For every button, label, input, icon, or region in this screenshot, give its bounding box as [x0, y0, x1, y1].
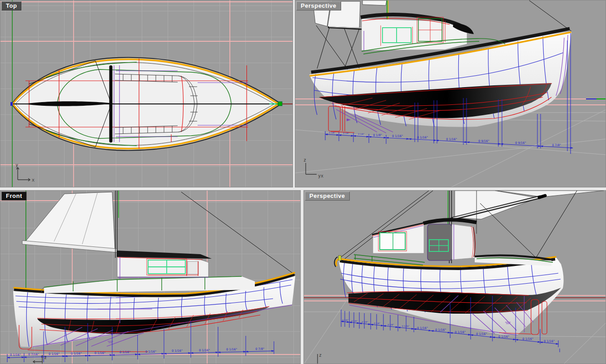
dimension-label: 0 1/16" — [476, 332, 487, 336]
dimension-label: 0 7/16" — [28, 353, 39, 356]
dimension-label: 0 1/8" — [374, 322, 380, 325]
cabin-roof — [423, 220, 477, 223]
dimension-label: 0 1/8" — [329, 132, 335, 134]
dimension-label: 0 1/8" — [373, 133, 382, 137]
axis-gnomon-perspective-top: z yx — [303, 157, 323, 178]
viewport-perspective-top[interactable]: Perspective — [295, 0, 606, 187]
boat-perspective-bottom[interactable] — [334, 191, 604, 335]
dimension-label: 0 1/8" — [351, 320, 358, 322]
viewport-perspective-bottom-canvas: 0 1/8" 0 1/8" 0 1/8" 0 1/8" 0 1/8" 0 1/1… — [304, 191, 606, 364]
pilothouse[interactable] — [117, 251, 212, 277]
dimension-label: 0 1/16" — [446, 138, 457, 141]
dimension-label: 0 1/16" — [392, 134, 403, 138]
boat-perspective-top[interactable] — [309, 0, 571, 154]
viewport-front-canvas: 0 1/16" 0 7/16" 0 1/16" 0 1/16" 0 1/16" … — [0, 191, 301, 364]
forestay — [529, 0, 571, 31]
dimension-label: 0 7/8" — [552, 143, 561, 147]
dimension-label: 0 1/16" — [455, 330, 466, 334]
axis-x-label: x — [32, 177, 35, 182]
viewport-front[interactable]: Front — [0, 190, 301, 364]
dimension-label: 0 1/16" — [402, 325, 409, 327]
viewport-perspective-top-canvas: 0 1/8" 0 1/8" 0 1/8" 0 1/8" 0 1/16" 0 1/… — [295, 0, 606, 187]
viewport-perspective-bottom[interactable]: Perspective — [303, 190, 606, 364]
axis-gnomon-front: z — [33, 355, 47, 364]
viewport-perspective-bottom-title[interactable]: Perspective — [305, 192, 350, 201]
dimension-label: 0 1/16" — [49, 352, 60, 356]
dimension-label: 0 1/16" — [199, 349, 210, 352]
dimension-label: 0 1/8" — [343, 132, 349, 134]
axis-yx-label: yx — [318, 173, 323, 178]
mast-plan — [109, 65, 113, 143]
dimension-label: 0 1/16" — [71, 352, 82, 355]
dimension-label: 0 1/16" — [435, 328, 446, 332]
rhino-four-viewport-workspace: Top — [0, 0, 606, 364]
boat-top-view[interactable] — [10, 58, 282, 151]
axis-gnomon-perspective-bottom: z — [318, 353, 322, 364]
cabin-window — [380, 233, 405, 250]
axis-z-label: z — [319, 353, 322, 358]
viewport-top-canvas: y x — [0, 0, 293, 187]
viewport-top-title[interactable]: Top — [1, 1, 21, 10]
dimension-label: 0 1/8" — [358, 133, 364, 135]
bow-point-marker — [10, 102, 13, 106]
viewport-perspective-top-title[interactable]: Perspective — [296, 1, 341, 10]
dimension-label: 0 9/16" — [478, 139, 489, 143]
viewport-top[interactable]: Top — [0, 0, 293, 187]
axis-gnomon-top: y x — [15, 162, 35, 182]
dimension-label: 0 1/16" — [544, 339, 555, 343]
dimension-label: 0 7/8" — [255, 347, 264, 351]
pilothouse-window-2 — [188, 261, 199, 274]
dimension-label: 0 1/16" — [10, 353, 21, 357]
dimension-label: 0 1/16" — [522, 337, 533, 341]
viewport-front-title[interactable]: Front — [1, 192, 27, 201]
cabin[interactable] — [361, 15, 505, 54]
dimension-label: 0 1/16" — [119, 350, 130, 354]
axis-z-label: z — [303, 157, 306, 162]
boat-front-view[interactable] — [13, 191, 295, 352]
dimension-label: 0 1/16" — [417, 136, 428, 139]
dimension-label: 0 1/8" — [342, 319, 348, 321]
axis-y-label: y — [15, 162, 18, 167]
dimension-label: 0 9/16" — [515, 141, 526, 145]
cabin[interactable] — [354, 220, 553, 266]
dimension-label: 0 1/16" — [226, 348, 237, 351]
stern-point-marker — [278, 102, 282, 106]
bow-fitting — [338, 256, 341, 261]
dimension-label: 0 1/16" — [94, 351, 105, 355]
axis-z-label: z — [44, 355, 47, 360]
dimension-label: 0 1/16" — [498, 335, 509, 339]
dimension-label: 0 1/8" — [362, 321, 368, 323]
dimension-label: 0 1/8" — [387, 324, 394, 326]
dimension-label: 0 1/16" — [145, 350, 156, 354]
dimension-label: 0 1/16" — [172, 349, 183, 353]
dimension-label: 0 1/16" — [417, 326, 428, 330]
